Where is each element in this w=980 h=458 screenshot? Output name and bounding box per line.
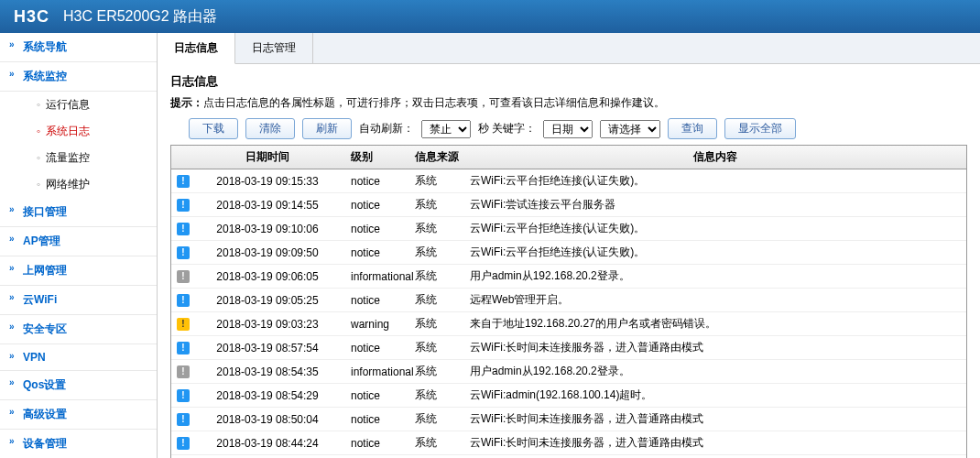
sidebar-item[interactable]: »设备管理	[0, 430, 157, 458]
level-icon: !	[177, 437, 190, 450]
cell-level: notice	[345, 290, 409, 311]
sidebar-subitem[interactable]: 系统日志	[0, 118, 157, 145]
cell-source: 系统	[409, 431, 464, 454]
cell-level: informational	[345, 267, 409, 287]
cell-source: 系统	[409, 241, 464, 264]
col-message[interactable]: 信息内容	[464, 146, 966, 169]
level-icon: !	[177, 270, 190, 283]
cell-level: notice	[345, 409, 409, 430]
cell-source: 系统	[409, 217, 464, 240]
autorefresh-label: 自动刷新：	[359, 121, 414, 136]
cell-message: 来自于地址192.168.20.27的用户名或者密码错误。	[464, 312, 966, 335]
table-row[interactable]: !2018-03-19 08:54:29notice系统云WiFi:admin(…	[171, 384, 966, 408]
table-row[interactable]: !2018-03-19 08:54:35informational系统用户adm…	[171, 360, 966, 384]
tab[interactable]: 日志管理	[235, 33, 313, 63]
table-row[interactable]: !2018-03-19 08:50:04notice系统云WiFi:长时间未连接…	[171, 408, 966, 431]
cell-date: 2018-03-19 09:10:06	[190, 219, 345, 239]
cell-message: 云WiFi:长时间未连接服务器，进入普通路由模式	[464, 336, 966, 359]
sidebar-item[interactable]: »高级设置	[0, 400, 157, 430]
cell-message: 云WiFi:尝试连接云平台服务器	[464, 193, 966, 216]
cell-date: 2018-03-19 09:03:23	[190, 314, 345, 334]
sidebar-subitem[interactable]: 流量监控	[0, 145, 157, 171]
level-icon: !	[177, 413, 190, 426]
cell-date: 2018-03-19 08:54:35	[190, 362, 345, 382]
key-value-select[interactable]: 请选择	[600, 120, 660, 138]
cell-message: 用户admin从192.168.20.2登录。	[464, 360, 966, 383]
table-row[interactable]: !2018-03-19 09:03:23warning系统来自于地址192.16…	[171, 312, 966, 336]
sidebar-item[interactable]: »Qos设置	[0, 371, 157, 400]
table-row[interactable]: !2018-03-19 09:14:55notice系统云WiFi:尝试连接云平…	[171, 193, 966, 217]
sidebar-subitem[interactable]: 网络维护	[0, 171, 157, 198]
cell-level: notice	[345, 433, 409, 453]
col-source[interactable]: 信息来源	[409, 146, 464, 169]
sidebar-item[interactable]: »系统导航	[0, 33, 157, 62]
table-row[interactable]: !2018-03-19 09:05:25notice系统远程Web管理开启。	[171, 289, 966, 312]
query-button[interactable]: 查询	[668, 118, 717, 139]
level-icon: !	[177, 199, 190, 212]
cell-message: 远程Web管理开启。	[464, 289, 966, 311]
panel-title: 日志信息	[170, 73, 967, 90]
cell-level: informational	[345, 362, 409, 382]
sidebar-item[interactable]: »上网管理	[0, 256, 157, 286]
table-row[interactable]: !2018-03-19 09:10:06notice系统云WiFi:云平台拒绝连…	[171, 217, 966, 241]
level-icon: !	[177, 246, 190, 259]
sidebar-subitem[interactable]: 运行信息	[0, 92, 157, 118]
cell-source: 系统	[409, 384, 464, 407]
cell-date: 2018-03-19 09:05:25	[190, 290, 345, 311]
key-field-select[interactable]: 日期	[543, 120, 593, 138]
hint-text: 点击日志信息的各属性标题，可进行排序；双击日志表项，可查看该日志详细信息和操作建…	[203, 96, 665, 109]
cell-message: 云WiFi:云平台拒绝连接(认证失败)。	[464, 217, 966, 240]
cell-date: 2018-03-19 09:14:55	[190, 195, 345, 215]
level-icon: !	[177, 175, 190, 188]
table-row[interactable]: !2018-03-19 09:06:05informational系统用户adm…	[171, 265, 966, 289]
cell-source: 系统	[409, 336, 464, 359]
tab-bar: 日志信息日志管理	[158, 33, 980, 64]
cell-date: 2018-03-19 08:50:04	[190, 409, 345, 430]
main-content: 日志信息日志管理 日志信息 提示：点击日志信息的各属性标题，可进行排序；双击日志…	[158, 33, 980, 458]
cell-date: 2018-03-19 09:15:33	[190, 171, 345, 191]
sidebar-item[interactable]: »接口管理	[0, 198, 157, 227]
table-row[interactable]: !2018-03-19 09:15:33notice系统云WiFi:云平台拒绝连…	[171, 169, 966, 193]
cell-source: 系统	[409, 193, 464, 216]
level-icon: !	[177, 365, 190, 378]
cell-date: 2018-03-19 09:06:05	[190, 267, 345, 287]
table-header: 日期时间 级别 信息来源 信息内容	[171, 146, 966, 169]
cell-level: notice	[345, 195, 409, 215]
cell-level: warning	[345, 314, 409, 334]
sidebar-item[interactable]: »系统监控	[0, 62, 157, 92]
table-row[interactable]: !2018-03-19 09:09:50notice系统云WiFi:云平台拒绝连…	[171, 241, 966, 265]
cell-level: notice	[345, 171, 409, 191]
cell-date: 2018-03-19 08:44:24	[190, 433, 345, 453]
cell-date: 2018-03-19 08:54:29	[190, 386, 345, 406]
table-row[interactable]: !2018-03-19 08:44:24notice系统云WiFi:长时间未连接…	[171, 431, 966, 455]
brand-logo: H3C	[14, 7, 49, 27]
level-icon: !	[177, 294, 190, 307]
hint-row: 提示：点击日志信息的各属性标题，可进行排序；双击日志表项，可查看该日志详细信息和…	[170, 95, 967, 111]
autorefresh-select[interactable]: 禁止	[421, 120, 471, 138]
sidebar-item[interactable]: »VPN	[0, 344, 157, 371]
app-title: H3C ER5200G2 路由器	[63, 7, 217, 27]
cell-message: 用户admin从192.168.20.2登录。	[464, 265, 966, 288]
app-header: H3C H3C ER5200G2 路由器	[0, 0, 980, 33]
cell-message: 云WiFi:云平台拒绝连接(认证失败)。	[464, 241, 966, 264]
table-row[interactable]: !2018-03-19 08:57:54notice系统云WiFi:长时间未连接…	[171, 336, 966, 360]
clear-button[interactable]: 清除	[245, 118, 295, 139]
refresh-button[interactable]: 刷新	[302, 118, 352, 139]
cell-source: 系统	[409, 169, 464, 192]
cell-message: 云WiFi:admin(192.168.100.14)超时。	[464, 384, 966, 407]
sidebar-item[interactable]: »云WiFi	[0, 286, 157, 315]
cell-source: 系统	[409, 408, 464, 431]
sidebar-item[interactable]: »安全专区	[0, 315, 157, 344]
tab[interactable]: 日志信息	[158, 33, 235, 64]
cell-source: 系统	[409, 265, 464, 288]
col-level[interactable]: 级别	[345, 146, 409, 169]
sidebar: »系统导航»系统监控运行信息系统日志流量监控网络维护»接口管理»AP管理»上网管…	[0, 33, 158, 458]
showall-button[interactable]: 显示全部	[724, 118, 796, 139]
sidebar-item[interactable]: »AP管理	[0, 227, 157, 256]
level-icon: !	[177, 342, 190, 354]
download-button[interactable]: 下载	[189, 118, 238, 139]
cell-message: 云WiFi:云平台拒绝连接(认证失败)。	[464, 169, 966, 192]
sec-keyword-label: 秒 关键字：	[478, 121, 536, 136]
col-date[interactable]: 日期时间	[190, 146, 345, 169]
cell-date: 2018-03-19 09:09:50	[190, 243, 345, 263]
